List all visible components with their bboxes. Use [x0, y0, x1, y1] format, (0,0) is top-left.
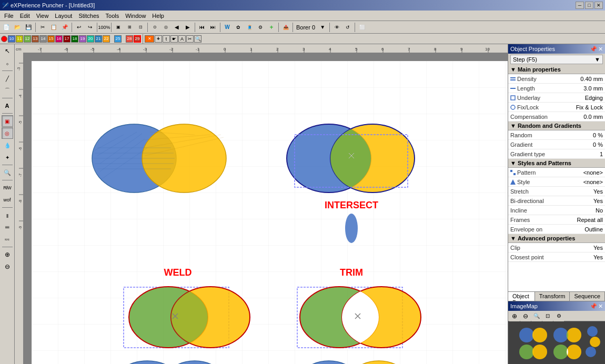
color-num-11[interactable]: 11 [16, 35, 23, 43]
zoom-in-btn[interactable]: ⊕ [2, 249, 13, 260]
menu-stitches[interactable]: Stitches [75, 12, 102, 20]
menu-view[interactable]: View [33, 12, 52, 20]
curve-tool[interactable]: ⌒ [2, 85, 13, 96]
minimize-button[interactable]: ─ [576, 2, 584, 9]
color-t[interactable]: t [163, 35, 170, 43]
line-tool[interactable]: ╱ [2, 73, 13, 84]
menu-edit[interactable]: Edit [17, 12, 33, 20]
copy-button[interactable]: 📋 [48, 22, 59, 33]
color-eye[interactable]: 🔍 [194, 35, 201, 43]
zoom-in-button[interactable]: 100% [99, 22, 109, 33]
color-special[interactable]: ✕ [145, 35, 154, 43]
bottom-tabs: Object Pro... Transform Sequence ... [508, 291, 605, 301]
color-num-19[interactable]: 19 [79, 35, 86, 43]
open-button[interactable]: 📂 [12, 22, 23, 33]
color-num-15[interactable]: 15 [47, 35, 55, 43]
stitch-tool[interactable]: ◎ [2, 127, 13, 139]
tool-special1[interactable]: ||| [2, 209, 13, 221]
color-eye-btn[interactable]: 👁 [331, 22, 342, 33]
tab-transform[interactable]: Transform [535, 292, 570, 301]
imagemap-close[interactable]: ✕ [598, 303, 603, 310]
tab-sequence[interactable]: Sequence ... [570, 292, 605, 301]
node-tool[interactable]: ⬦ [2, 57, 13, 69]
paste-button[interactable]: 📌 [59, 22, 70, 33]
collapse-main[interactable]: ▼ [510, 66, 516, 73]
menu-help[interactable]: Help [149, 12, 167, 20]
undo-button[interactable]: ↩ [74, 22, 84, 33]
color-scissors[interactable]: ✂ [186, 35, 194, 43]
menu-tools[interactable]: Tools [103, 12, 123, 20]
hoop-btn[interactable]: ⬜ [357, 22, 367, 33]
step-dropdown[interactable]: Step (F5) ▼ [510, 55, 603, 64]
color-num-29[interactable]: 29 [134, 35, 141, 43]
w-btn[interactable]: W [222, 22, 233, 33]
color-num-28[interactable]: 28 [126, 35, 133, 43]
select-tool[interactable]: ↖ [2, 45, 13, 57]
new-button[interactable]: 📄 [1, 22, 12, 33]
imagemap-pin[interactable]: 📌 [590, 303, 597, 310]
color-red[interactable] [1, 36, 7, 42]
color-num-25[interactable]: 25 [114, 35, 122, 43]
text-tool[interactable]: A [2, 100, 13, 112]
view-btn1[interactable]: ▣ [113, 22, 124, 33]
canvas-content[interactable]: INTERSECT [32, 61, 508, 364]
stitch-btn2[interactable]: ◎ [160, 22, 171, 33]
collapse-advanced[interactable]: ▼ [510, 235, 516, 241]
thread-btn[interactable]: 🧵 [244, 22, 255, 33]
settings-btn[interactable]: ⚙ [255, 22, 266, 33]
jump-end-btn[interactable]: ⏭ [208, 22, 218, 33]
imagemap-zoom-out[interactable]: ⊖ [520, 311, 531, 321]
color-num-21[interactable]: 21 [95, 35, 102, 43]
color-hand[interactable]: ☛ [170, 35, 178, 43]
color-num-18[interactable]: 18 [71, 35, 78, 43]
maximize-button[interactable]: □ [585, 2, 593, 9]
plus-btn[interactable]: + [266, 22, 277, 33]
tool-r1[interactable]: R/W [2, 182, 13, 194]
zoom-tool[interactable]: 🔍 [2, 167, 13, 178]
borer-dropdown[interactable]: ▼ [317, 22, 328, 33]
svg-rect-40 [15, 53, 23, 364]
star-tool[interactable]: ✦ [2, 151, 13, 163]
arrow-right-btn[interactable]: ▶ [183, 22, 193, 33]
color-num-16[interactable]: 16 [55, 35, 63, 43]
color-num-17[interactable]: 17 [63, 35, 70, 43]
embr-btn1[interactable]: ✿ [233, 22, 244, 33]
menu-file[interactable]: File [1, 12, 17, 20]
collapse-random[interactable]: ▼ [510, 123, 516, 129]
close-button[interactable]: ✕ [594, 2, 603, 9]
color-num-12[interactable]: 12 [24, 35, 31, 43]
tool-w[interactable]: wof [2, 194, 13, 206]
fill-tool[interactable]: ▣ [2, 115, 13, 127]
collapse-styles[interactable]: ▼ [510, 160, 516, 166]
color-num-22[interactable]: 22 [103, 35, 110, 43]
color-thread[interactable]: A [178, 35, 186, 43]
color-num-14[interactable]: 14 [39, 35, 47, 43]
menu-layout[interactable]: Layout [52, 12, 75, 20]
imagemap-zoom-reset[interactable]: 🔍 [531, 311, 542, 321]
menu-window[interactable]: Window [122, 12, 149, 20]
color-num-20[interactable]: 20 [87, 35, 94, 43]
color-num-13[interactable]: 13 [32, 35, 39, 43]
cut-button[interactable]: ✂ [37, 22, 48, 33]
redo-button[interactable]: ↪ [85, 22, 95, 33]
obj-props-pin[interactable]: 📌 [590, 46, 597, 53]
view-btn2[interactable]: ⊞ [124, 22, 135, 33]
color-plus[interactable]: + [155, 35, 162, 43]
color-num-10[interactable]: 10 [8, 35, 15, 43]
tool-special2[interactable]: ≡≡ [2, 221, 13, 233]
imagemap-settings[interactable]: ⚙ [553, 311, 564, 321]
imagemap-zoom-in[interactable]: ⊕ [509, 311, 520, 321]
tool-special3[interactable]: ≈≈ [2, 234, 13, 245]
imagemap-zoom-fit[interactable]: ⊡ [542, 311, 553, 321]
zoom-out-btn[interactable]: ⊖ [2, 261, 13, 272]
view-btn3[interactable]: ⊡ [135, 22, 146, 33]
arrow-left-btn[interactable]: ◀ [172, 22, 182, 33]
export-btn[interactable]: 📤 [280, 22, 291, 33]
eyedropper-tool[interactable]: 💧 [2, 139, 13, 151]
color-reset-btn[interactable]: ↺ [342, 22, 353, 33]
jump-start-btn[interactable]: ⏮ [197, 22, 207, 33]
obj-props-close[interactable]: ✕ [598, 46, 603, 53]
save-button[interactable]: 💾 [23, 22, 34, 33]
stitch-btn1[interactable]: ⊙ [149, 22, 160, 33]
tab-object-properties[interactable]: Object Pro... [508, 292, 535, 301]
